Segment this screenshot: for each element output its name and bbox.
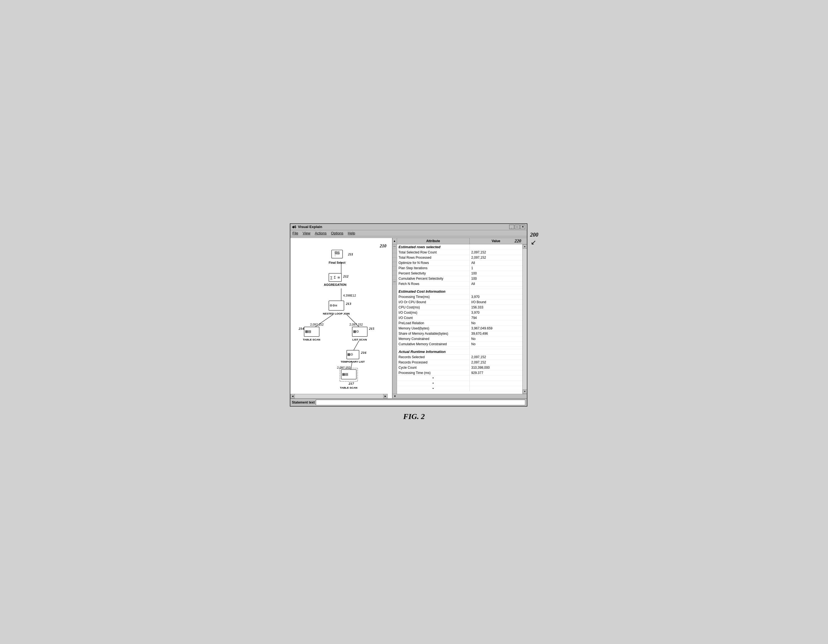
- attr-scrollbar-right[interactable]: ▲ ▼: [522, 244, 527, 394]
- attr-name: Memory Constrained: [397, 336, 470, 341]
- attr-name: Cumulative Memory Constrained: [397, 342, 470, 347]
- section-header-runtime: Actual Runtime Information: [397, 349, 522, 355]
- svg-text:212: 212: [343, 274, 348, 278]
- svg-text:⚙⚙: ⚙⚙: [329, 304, 335, 307]
- indicator-item: [393, 253, 397, 258]
- diagram-inner: 210 4.398E12: [290, 238, 392, 394]
- attr-value: 100: [470, 276, 522, 281]
- attr-row-io-count: I/O Count 794: [397, 316, 522, 320]
- window-controls[interactable]: _ □ ✕: [509, 225, 525, 229]
- attr-row-cycle: Cycle Count 310,398,000: [397, 365, 522, 371]
- maximize-button[interactable]: □: [515, 225, 520, 229]
- attr-header-attribute: Attribute: [397, 238, 470, 244]
- svg-text:TEMPORARY LIST: TEMPORARY LIST: [341, 360, 365, 363]
- section-header-value: [470, 244, 522, 250]
- menu-file[interactable]: File: [293, 231, 298, 235]
- menu-actions[interactable]: Actions: [315, 231, 326, 235]
- attr-value: 3,970: [470, 310, 522, 315]
- menu-options[interactable]: Options: [331, 231, 343, 235]
- attr-rows: Estimated rows selected Total Selected R…: [397, 244, 522, 394]
- attr-dot: •: [397, 386, 470, 391]
- scroll-track-x[interactable]: [295, 394, 383, 398]
- indicator-item: [393, 271, 397, 275]
- indicator-item: [393, 275, 397, 280]
- attr-value: I/O Bound: [470, 300, 522, 305]
- scroll-up-button[interactable]: ▲: [523, 244, 527, 249]
- attr-row-percent-sel: Percent Selectivity 100: [397, 271, 522, 276]
- attr-name: Percent Selectivity: [397, 271, 470, 276]
- svg-text:NESTED LOOP JOIN: NESTED LOOP JOIN: [323, 312, 350, 315]
- attr-row-optimize: Optimize for N Rows All: [397, 260, 522, 265]
- attr-value: All: [470, 260, 522, 265]
- attr-table-body: — — Estimated rows sele: [393, 244, 527, 394]
- attr-name: CPU Cost(ms): [397, 305, 470, 310]
- page-wrapper: 200 ↙ ◈$ Visual Explain _ □ ✕ File View …: [290, 223, 538, 421]
- indicator-item: [393, 267, 397, 271]
- attr-row-total-rows: Total Rows Processed 2,097,152: [397, 255, 522, 260]
- scroll-track-v[interactable]: [523, 249, 527, 390]
- attr-name: Records Selected: [397, 355, 470, 360]
- attr-row-total-selected: Total Selected Row Count 2,097,152: [397, 250, 522, 255]
- section-header-name: Estimated Cost Information: [397, 289, 470, 294]
- menu-view[interactable]: View: [303, 231, 310, 235]
- svg-text:Final Select: Final Select: [328, 261, 345, 264]
- attr-scroll-bottom: ▼: [393, 394, 527, 398]
- svg-text:2,097,152: 2,097,152: [310, 322, 323, 326]
- svg-text:4.398E12: 4.398E12: [343, 294, 356, 297]
- svg-line-7: [353, 341, 359, 350]
- attr-value: 1: [470, 265, 522, 270]
- svg-text:2,097,152: 2,097,152: [337, 366, 351, 369]
- section-header-value: [470, 289, 522, 294]
- attr-name: I/O Cost(ms): [397, 310, 470, 315]
- indicator-item: —: [393, 244, 397, 249]
- attr-row-fetch-n: Fetch N Rows All: [397, 281, 522, 287]
- svg-text:214: 214: [298, 326, 304, 330]
- svg-text:≊: ≊: [337, 275, 340, 279]
- main-window: ◈$ Visual Explain _ □ ✕ File View Action…: [290, 223, 527, 407]
- svg-text:▦⊙: ▦⊙: [353, 329, 359, 333]
- scroll-left-button[interactable]: ◀: [290, 394, 295, 398]
- section-header-estimated-rows: Estimated rows selected: [397, 244, 522, 250]
- attr-row-proc-time2: Processing Time (ms) 929.377: [397, 371, 522, 375]
- attr-name: Fetch N Rows: [397, 281, 470, 286]
- app-icon: ◈$: [292, 225, 296, 229]
- attr-name: Records Processed: [397, 360, 470, 365]
- attr-header-scroll-col: [522, 238, 527, 244]
- attr-name: Processing Time (ms): [397, 371, 470, 375]
- attr-value: 310,398,000: [470, 365, 522, 370]
- fig-label: FIG. 2: [290, 412, 538, 421]
- attr-dot: •: [397, 375, 470, 380]
- svg-text:LIST SCAN: LIST SCAN: [352, 338, 367, 341]
- statement-text-input[interactable]: [316, 400, 525, 405]
- attr-row-cum-mem: Cumulative Memory Constrained No: [397, 342, 522, 347]
- svg-text:211: 211: [348, 252, 353, 256]
- status-label: Statement text: [292, 401, 315, 404]
- scroll-down-indicator: ▼: [394, 395, 397, 398]
- svg-text:▦⊙: ▦⊙: [347, 352, 353, 356]
- menu-bar: File View Actions Options Help: [290, 230, 527, 236]
- attr-value: 100: [470, 271, 522, 276]
- close-button[interactable]: ✕: [520, 225, 525, 229]
- attr-value: 2,097,152: [470, 360, 522, 365]
- attr-row-dot1: •: [397, 375, 522, 381]
- scroll-down-button[interactable]: ▼: [523, 390, 527, 394]
- attr-name: I/O Count: [397, 316, 470, 320]
- attr-name: Cumulative Percent Selectivity: [397, 276, 470, 281]
- section-header-value: [470, 349, 522, 354]
- scroll-right-button[interactable]: ▶: [383, 394, 387, 398]
- attr-row-spacer: [397, 287, 522, 289]
- title-bar-left: ◈$ Visual Explain: [292, 225, 322, 229]
- svg-text:TABLE SCAN: TABLE SCAN: [303, 338, 320, 341]
- attr-row-mem-used: Memory Used(bytes) 3,967,049.659: [397, 326, 522, 331]
- diagram-scrollbar-x[interactable]: ◀ ▶: [290, 394, 387, 398]
- svg-text:Σ: Σ: [334, 275, 336, 279]
- svg-text:🏁: 🏁: [334, 251, 340, 257]
- attr-value: 3,967,049.659: [470, 326, 522, 331]
- attr-left-indicator: — —: [393, 244, 397, 394]
- svg-text:▦▤: ▦▤: [342, 372, 348, 376]
- menu-help[interactable]: Help: [348, 231, 355, 235]
- minimize-button[interactable]: _: [509, 225, 514, 229]
- attributes-panel: ▲ Attribute Value 220 —: [393, 238, 527, 398]
- attr-row-preload: PreLoad Relation No: [397, 320, 522, 326]
- ref-210: 210: [380, 243, 386, 248]
